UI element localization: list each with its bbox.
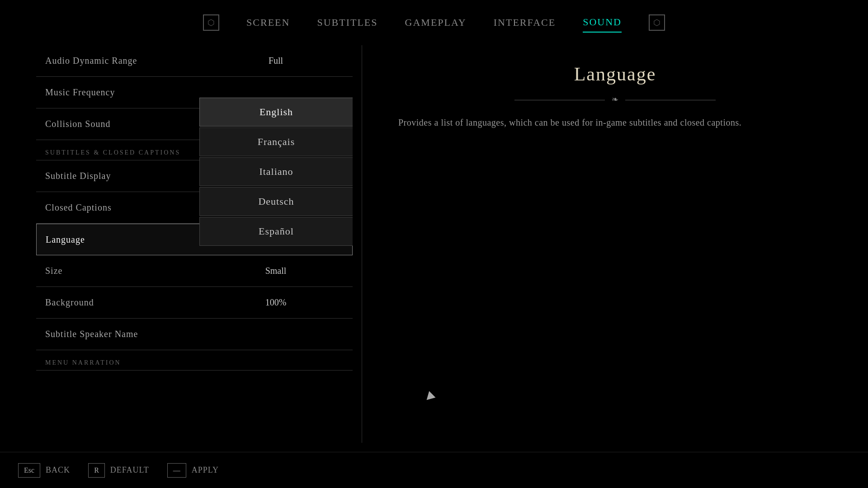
- label-subtitle-display: Subtitle Display: [36, 171, 199, 181]
- label-background: Background: [36, 297, 199, 308]
- bottom-bar: Esc Back R Default — Apply: [0, 452, 868, 488]
- default-label: Default: [110, 465, 149, 475]
- nav-right-icon-symbol: ⬡: [653, 18, 660, 28]
- dropdown-option-espanol[interactable]: Español: [199, 217, 353, 246]
- apply-key: —: [167, 463, 186, 478]
- row-subtitle-speaker-name[interactable]: Subtitle Speaker Name: [36, 319, 353, 350]
- label-audio-dynamic-range: Audio Dynamic Range: [36, 56, 199, 66]
- language-dropdown: English Français Italiano Deutsch Españo…: [199, 98, 353, 247]
- dropdown-option-english[interactable]: English: [199, 98, 353, 127]
- back-button[interactable]: Esc Back: [18, 463, 70, 478]
- nav-item-gameplay[interactable]: Gameplay: [405, 13, 467, 32]
- value-background: 100%: [199, 297, 353, 308]
- apply-button[interactable]: — Apply: [167, 463, 219, 478]
- label-closed-captions: Closed Captions: [36, 202, 199, 213]
- value-audio-dynamic-range: Full: [199, 56, 353, 66]
- nav-item-subtitles[interactable]: Subtitles: [317, 13, 377, 32]
- label-subtitle-speaker-name: Subtitle Speaker Name: [36, 329, 199, 339]
- info-panel-title: Language: [398, 63, 832, 85]
- nav-item-sound[interactable]: Sound: [583, 13, 622, 33]
- nav-left-icon-symbol: ⬡: [208, 18, 215, 28]
- info-panel-divider: ❧: [398, 94, 832, 104]
- default-button[interactable]: R Default: [88, 463, 149, 478]
- nav-item-screen[interactable]: Screen: [246, 13, 290, 32]
- settings-panel: Audio Dynamic Range Full Music Frequency…: [36, 45, 353, 443]
- apply-label: Apply: [192, 465, 219, 475]
- nav-right-icon[interactable]: ⬡: [649, 14, 665, 31]
- row-background[interactable]: Background 100%: [36, 287, 353, 319]
- dropdown-option-deutsch[interactable]: Deutsch: [199, 187, 353, 216]
- row-size[interactable]: Size Small: [36, 255, 353, 287]
- dropdown-option-italiano[interactable]: Italiano: [199, 157, 353, 186]
- label-music-frequency: Music Frequency: [36, 87, 199, 98]
- default-key: R: [88, 463, 105, 478]
- info-panel-description: Provides a list of languages, which can …: [398, 115, 832, 130]
- info-panel: Language ❧ Provides a list of languages,…: [362, 45, 868, 443]
- nav-item-interface[interactable]: Interface: [494, 13, 556, 32]
- section-header-menu-narration: MENU NARRATION: [36, 350, 353, 371]
- row-audio-dynamic-range[interactable]: Audio Dynamic Range Full: [36, 45, 353, 77]
- top-navigation: ⬡ Screen Subtitles Gameplay Interface So…: [0, 0, 868, 45]
- back-label: Back: [46, 465, 70, 475]
- row-language[interactable]: Language English English Français Italia…: [36, 224, 353, 255]
- back-key: Esc: [18, 463, 40, 478]
- nav-left-icon[interactable]: ⬡: [203, 14, 219, 31]
- dropdown-option-francais[interactable]: Français: [199, 127, 353, 156]
- value-size: Small: [199, 266, 353, 276]
- label-collision-sound: Collision Sound: [36, 119, 199, 129]
- label-size: Size: [36, 266, 199, 276]
- label-language: Language: [37, 235, 198, 245]
